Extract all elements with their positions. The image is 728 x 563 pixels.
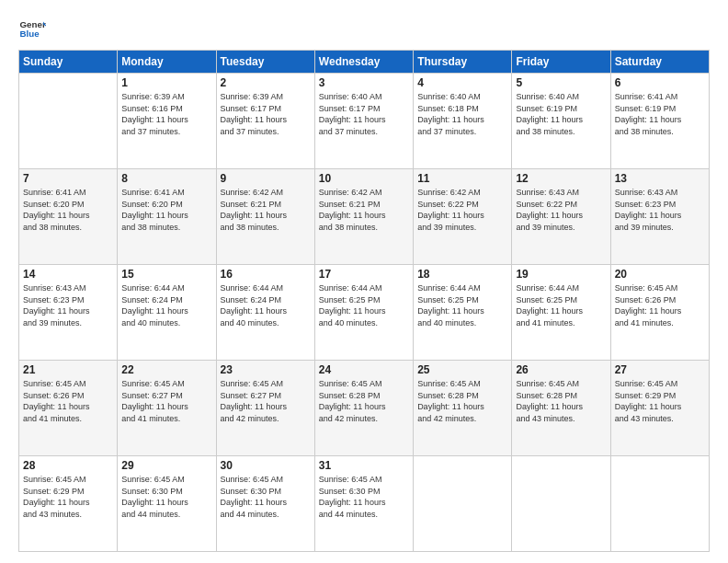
header: General Blue (18, 15, 710, 42)
day-info: Sunrise: 6:42 AM Sunset: 6:21 PM Dayligh… (319, 187, 409, 233)
day-info: Sunrise: 6:40 AM Sunset: 6:17 PM Dayligh… (319, 91, 409, 137)
calendar-cell (512, 456, 610, 552)
calendar-cell (610, 456, 709, 552)
day-info: Sunrise: 6:42 AM Sunset: 6:21 PM Dayligh… (221, 187, 311, 233)
calendar-cell (19, 74, 118, 169)
day-info: Sunrise: 6:43 AM Sunset: 6:23 PM Dayligh… (615, 187, 705, 233)
day-number: 29 (121, 459, 211, 472)
calendar-cell: 7Sunrise: 6:41 AM Sunset: 6:20 PM Daylig… (19, 169, 118, 265)
calendar-cell: 28Sunrise: 6:45 AM Sunset: 6:29 PM Dayli… (19, 456, 118, 552)
logo: General Blue (18, 15, 46, 42)
calendar-cell: 27Sunrise: 6:45 AM Sunset: 6:29 PM Dayli… (610, 361, 709, 456)
svg-text:General: General (20, 19, 47, 29)
day-header-thursday: Thursday (414, 51, 512, 74)
day-number: 8 (121, 172, 211, 185)
day-number: 4 (417, 76, 507, 89)
calendar-cell: 13Sunrise: 6:43 AM Sunset: 6:23 PM Dayli… (610, 169, 709, 265)
day-info: Sunrise: 6:41 AM Sunset: 6:20 PM Dayligh… (121, 187, 211, 233)
day-number: 30 (221, 459, 311, 472)
calendar-cell: 30Sunrise: 6:45 AM Sunset: 6:30 PM Dayli… (216, 456, 314, 552)
day-number: 19 (516, 268, 606, 281)
day-info: Sunrise: 6:45 AM Sunset: 6:29 PM Dayligh… (23, 474, 113, 520)
calendar-cell: 6Sunrise: 6:41 AM Sunset: 6:19 PM Daylig… (610, 74, 709, 169)
day-number: 23 (221, 363, 311, 376)
day-info: Sunrise: 6:45 AM Sunset: 6:30 PM Dayligh… (121, 474, 211, 520)
day-info: Sunrise: 6:45 AM Sunset: 6:28 PM Dayligh… (516, 378, 606, 424)
day-number: 6 (615, 76, 705, 89)
day-info: Sunrise: 6:45 AM Sunset: 6:28 PM Dayligh… (319, 378, 409, 424)
calendar-cell: 1Sunrise: 6:39 AM Sunset: 6:16 PM Daylig… (118, 74, 216, 169)
day-info: Sunrise: 6:41 AM Sunset: 6:19 PM Dayligh… (615, 91, 705, 137)
day-info: Sunrise: 6:39 AM Sunset: 6:17 PM Dayligh… (221, 91, 311, 137)
week-row-1: 1Sunrise: 6:39 AM Sunset: 6:16 PM Daylig… (19, 74, 710, 169)
calendar-cell: 29Sunrise: 6:45 AM Sunset: 6:30 PM Dayli… (118, 456, 216, 552)
day-header-wednesday: Wednesday (314, 51, 413, 74)
day-info: Sunrise: 6:45 AM Sunset: 6:29 PM Dayligh… (615, 378, 705, 424)
header-row: SundayMondayTuesdayWednesdayThursdayFrid… (19, 51, 710, 74)
day-number: 18 (417, 268, 507, 281)
calendar-cell: 31Sunrise: 6:45 AM Sunset: 6:30 PM Dayli… (314, 456, 413, 552)
day-info: Sunrise: 6:39 AM Sunset: 6:16 PM Dayligh… (121, 91, 211, 137)
calendar-cell: 19Sunrise: 6:44 AM Sunset: 6:25 PM Dayli… (512, 265, 610, 361)
day-number: 7 (23, 172, 113, 185)
week-row-2: 7Sunrise: 6:41 AM Sunset: 6:20 PM Daylig… (19, 169, 710, 265)
day-info: Sunrise: 6:44 AM Sunset: 6:25 PM Dayligh… (319, 282, 409, 328)
calendar-cell: 20Sunrise: 6:45 AM Sunset: 6:26 PM Dayli… (610, 265, 709, 361)
calendar-table: SundayMondayTuesdayWednesdayThursdayFrid… (18, 50, 710, 552)
day-info: Sunrise: 6:45 AM Sunset: 6:30 PM Dayligh… (221, 474, 311, 520)
day-header-sunday: Sunday (19, 51, 118, 74)
calendar-cell: 14Sunrise: 6:43 AM Sunset: 6:23 PM Dayli… (19, 265, 118, 361)
calendar-cell: 3Sunrise: 6:40 AM Sunset: 6:17 PM Daylig… (314, 74, 413, 169)
page: General Blue SundayMondayTuesdayWednesda… (0, 0, 728, 563)
svg-text:Blue: Blue (20, 29, 40, 39)
day-number: 27 (615, 363, 705, 376)
day-number: 2 (221, 76, 311, 89)
day-number: 15 (121, 268, 211, 281)
calendar-cell: 15Sunrise: 6:44 AM Sunset: 6:24 PM Dayli… (118, 265, 216, 361)
calendar-cell: 16Sunrise: 6:44 AM Sunset: 6:24 PM Dayli… (216, 265, 314, 361)
week-row-4: 21Sunrise: 6:45 AM Sunset: 6:26 PM Dayli… (19, 361, 710, 456)
day-header-tuesday: Tuesday (216, 51, 314, 74)
day-info: Sunrise: 6:44 AM Sunset: 6:25 PM Dayligh… (516, 282, 606, 328)
day-number: 16 (221, 268, 311, 281)
day-number: 28 (23, 459, 113, 472)
day-info: Sunrise: 6:42 AM Sunset: 6:22 PM Dayligh… (417, 187, 507, 233)
day-info: Sunrise: 6:45 AM Sunset: 6:27 PM Dayligh… (221, 378, 311, 424)
calendar-cell: 11Sunrise: 6:42 AM Sunset: 6:22 PM Dayli… (414, 169, 512, 265)
week-row-3: 14Sunrise: 6:43 AM Sunset: 6:23 PM Dayli… (19, 265, 710, 361)
day-info: Sunrise: 6:41 AM Sunset: 6:20 PM Dayligh… (23, 187, 113, 233)
day-number: 22 (121, 363, 211, 376)
calendar-cell (414, 456, 512, 552)
day-info: Sunrise: 6:44 AM Sunset: 6:25 PM Dayligh… (417, 282, 507, 328)
calendar-cell: 25Sunrise: 6:45 AM Sunset: 6:28 PM Dayli… (414, 361, 512, 456)
day-info: Sunrise: 6:45 AM Sunset: 6:27 PM Dayligh… (121, 378, 211, 424)
day-number: 26 (516, 363, 606, 376)
day-number: 20 (615, 268, 705, 281)
day-header-friday: Friday (512, 51, 610, 74)
day-number: 10 (319, 172, 409, 185)
calendar-cell: 2Sunrise: 6:39 AM Sunset: 6:17 PM Daylig… (216, 74, 314, 169)
day-number: 11 (417, 172, 507, 185)
calendar-cell: 24Sunrise: 6:45 AM Sunset: 6:28 PM Dayli… (314, 361, 413, 456)
calendar-cell: 23Sunrise: 6:45 AM Sunset: 6:27 PM Dayli… (216, 361, 314, 456)
day-number: 17 (319, 268, 409, 281)
calendar-cell: 10Sunrise: 6:42 AM Sunset: 6:21 PM Dayli… (314, 169, 413, 265)
calendar-cell: 12Sunrise: 6:43 AM Sunset: 6:22 PM Dayli… (512, 169, 610, 265)
day-info: Sunrise: 6:40 AM Sunset: 6:19 PM Dayligh… (516, 91, 606, 137)
calendar-cell: 21Sunrise: 6:45 AM Sunset: 6:26 PM Dayli… (19, 361, 118, 456)
day-number: 13 (615, 172, 705, 185)
calendar-cell: 8Sunrise: 6:41 AM Sunset: 6:20 PM Daylig… (118, 169, 216, 265)
day-number: 9 (221, 172, 311, 185)
week-row-5: 28Sunrise: 6:45 AM Sunset: 6:29 PM Dayli… (19, 456, 710, 552)
day-info: Sunrise: 6:43 AM Sunset: 6:22 PM Dayligh… (516, 187, 606, 233)
calendar-cell: 26Sunrise: 6:45 AM Sunset: 6:28 PM Dayli… (512, 361, 610, 456)
day-number: 12 (516, 172, 606, 185)
day-info: Sunrise: 6:45 AM Sunset: 6:26 PM Dayligh… (23, 378, 113, 424)
day-number: 21 (23, 363, 113, 376)
day-info: Sunrise: 6:43 AM Sunset: 6:23 PM Dayligh… (23, 282, 113, 328)
calendar-cell: 5Sunrise: 6:40 AM Sunset: 6:19 PM Daylig… (512, 74, 610, 169)
day-header-monday: Monday (118, 51, 216, 74)
day-number: 3 (319, 76, 409, 89)
day-info: Sunrise: 6:45 AM Sunset: 6:28 PM Dayligh… (417, 378, 507, 424)
day-number: 5 (516, 76, 606, 89)
